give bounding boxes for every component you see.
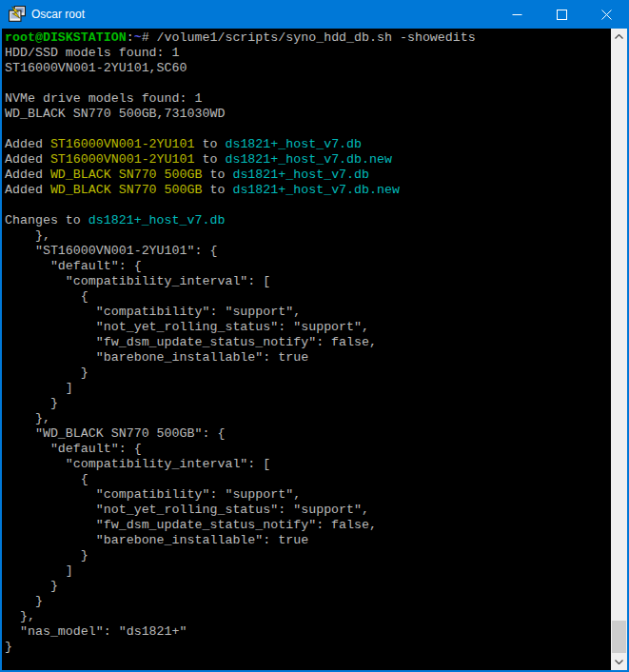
window-title: Oscar root — [31, 8, 495, 21]
terminal-line — [5, 122, 611, 137]
terminal-line: "WD_BLACK SN770 500GB": { — [5, 426, 611, 442]
maximize-button[interactable] — [540, 0, 584, 29]
terminal-line: "compatibility": "support", — [5, 487, 611, 503]
terminal-line: { — [5, 472, 611, 487]
terminal-line: root@DISKSTATION:~# /volume1/scripts/syn… — [5, 30, 611, 46]
terminal-line: "barebone_installable": true — [5, 350, 611, 366]
terminal-line: "not_yet_rolling_status": "support", — [5, 320, 611, 335]
terminal-line: "nas_model": "ds1821+" — [5, 624, 611, 640]
close-button[interactable] — [584, 0, 629, 29]
window-controls — [495, 0, 629, 29]
terminal-output[interactable]: root@DISKSTATION:~# /volume1/scripts/syn… — [2, 29, 611, 670]
putty-window: Oscar root root@DISKSTATION:~# /volume1/… — [0, 0, 629, 672]
terminal-line: "barebone_installable": true — [5, 533, 611, 548]
terminal-line: Added ST16000VN001-2YU101 to ds1821+_hos… — [5, 152, 611, 168]
terminal-line: { — [5, 289, 611, 305]
terminal-line: Added WD_BLACK SN770 500GB to ds1821+_ho… — [5, 183, 611, 198]
terminal-line: "ST16000VN001-2YU101": { — [5, 244, 611, 259]
terminal-line: Added WD_BLACK SN770 500GB to ds1821+_ho… — [5, 168, 611, 183]
terminal-line: }, — [5, 411, 611, 426]
terminal-line: ST16000VN001-2YU101,SC60 — [5, 61, 611, 76]
terminal-line: } — [5, 640, 611, 655]
scrollbar-thumb[interactable] — [612, 621, 626, 653]
terminal-line: } — [5, 366, 611, 381]
terminal-line: "default": { — [5, 442, 611, 457]
minimize-button[interactable] — [495, 0, 540, 29]
terminal-line: } — [5, 396, 611, 411]
putty-terminal-icon — [9, 6, 26, 23]
client-area: root@DISKSTATION:~# /volume1/scripts/syn… — [2, 29, 627, 670]
terminal-line — [5, 76, 611, 91]
scrollbar[interactable] — [611, 29, 627, 670]
terminal-line: } — [5, 594, 611, 609]
terminal-line — [5, 198, 611, 213]
terminal-line: ] — [5, 381, 611, 396]
terminal-line: }, — [5, 609, 611, 624]
terminal-line: "fw_dsm_update_status_notify": false, — [5, 335, 611, 350]
terminal-line: } — [5, 548, 611, 563]
terminal-line: } — [5, 579, 611, 594]
terminal-line: Added ST16000VN001-2YU101 to ds1821+_hos… — [5, 137, 611, 152]
terminal-line: WD_BLACK SN770 500GB,731030WD — [5, 107, 611, 122]
terminal-line: "compatibility_interval": [ — [5, 274, 611, 289]
terminal-line: NVMe drive models found: 1 — [5, 91, 611, 107]
terminal-line: HDD/SSD models found: 1 — [5, 46, 611, 61]
titlebar[interactable]: Oscar root — [0, 0, 629, 29]
terminal-line: ] — [5, 563, 611, 579]
terminal-line: "default": { — [5, 259, 611, 274]
terminal-line: "not_yet_rolling_status": "support", — [5, 503, 611, 518]
terminal-line: "fw_dsm_update_status_notify": false, — [5, 518, 611, 533]
terminal-line: "compatibility": "support", — [5, 305, 611, 320]
terminal-line: "compatibility_interval": [ — [5, 457, 611, 472]
terminal-line: }, — [5, 228, 611, 244]
scroll-up-icon[interactable] — [611, 29, 627, 45]
terminal-line: Changes to ds1821+_host_v7.db — [5, 213, 611, 228]
scroll-down-icon[interactable] — [611, 654, 627, 670]
